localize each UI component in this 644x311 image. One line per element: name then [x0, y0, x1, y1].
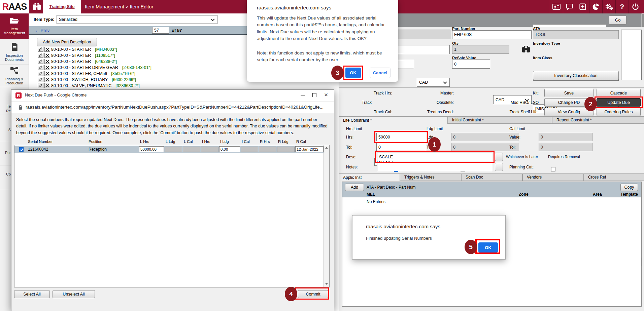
cal-tol-input: 0 [539, 143, 592, 151]
add-window-icon[interactable] [576, 0, 589, 13]
edit-pencil-icon[interactable] [38, 83, 43, 88]
part-number-input[interactable]: EHP-60S [452, 30, 532, 39]
record-number-input[interactable]: 57 [152, 27, 169, 34]
edit-pencil-icon[interactable] [38, 71, 43, 76]
alternates-list-box[interactable] [621, 30, 642, 80]
i-ldg-input[interactable]: 0.00 [219, 146, 240, 152]
done-ok-button[interactable]: OK [478, 242, 498, 252]
confirm-cancel-button[interactable]: Cancel [370, 68, 391, 78]
tab-initial-constraint[interactable]: Initial Constraint * [448, 116, 552, 124]
notes-ellipsis-button[interactable]: ... [495, 163, 503, 171]
window-urlbar[interactable]: raasais.aviationintertec.com/app/invento… [11, 101, 334, 113]
sidebar-item-item-management[interactable]: Item Management [0, 13, 29, 39]
edit-pencil-icon[interactable] [38, 65, 43, 70]
delete-x-icon[interactable] [44, 53, 50, 58]
item-type-select[interactable]: Serialized [57, 15, 217, 24]
edit-pencil-icon[interactable] [38, 47, 43, 52]
hidden-field-fragment [391, 30, 450, 39]
edit-pencil-icon[interactable] [38, 53, 43, 58]
tab-repeat-constraint[interactable]: Repeat Constraint * [552, 116, 644, 124]
resale-value-input[interactable]: 0 [452, 60, 490, 69]
commit-button[interactable]: Commit [298, 290, 328, 298]
delete-x-icon[interactable] [44, 77, 50, 82]
delete-x-icon[interactable] [44, 47, 50, 52]
mod-hso-lso-checkbox[interactable] [551, 167, 555, 171]
delete-x-icon[interactable] [44, 83, 50, 88]
hidden-field-fragment[interactable] [391, 45, 450, 54]
help-icon[interactable]: ? [615, 0, 629, 13]
binoculars-icon[interactable] [32, 3, 41, 12]
pie-chart-icon[interactable] [589, 0, 602, 13]
part-desc[interactable]: 80-10-00 - SWITCH, ROTARY [51, 77, 108, 82]
tab-training-site[interactable]: Training Site [43, 0, 81, 13]
r-cal-input[interactable]: 12-Jan-2022 [295, 146, 324, 152]
tab-scan-doc[interactable]: Scan Doc [461, 173, 522, 181]
notes-input[interactable] [377, 163, 492, 171]
copy-button[interactable]: Copy [620, 184, 638, 191]
prev-link[interactable]: ← Prev [35, 28, 49, 33]
id-card-icon[interactable] [550, 0, 563, 13]
col-serial-number: Serial Number [27, 140, 87, 144]
part-desc[interactable]: 80-10-00 - VALVE, PNEUMATIC [51, 83, 111, 88]
maximize-icon[interactable] [312, 93, 316, 97]
col-l-hrs: L Hrs [139, 140, 164, 144]
hrs-tol-label: Tol: [346, 145, 352, 150]
power-icon[interactable] [629, 0, 642, 13]
l-ldg-cell [164, 146, 182, 153]
col-l-ldg: L Ldg [164, 140, 182, 144]
scroll-up-icon[interactable] [325, 147, 328, 149]
part-desc[interactable]: 80-10-00 - STARTER [51, 47, 91, 52]
part-desc[interactable]: 80-10-00 - STARTER [51, 59, 91, 64]
serial-row[interactable]: 121600042 Reception 50000.00 0.00 12-Jan… [14, 146, 324, 153]
part-desc[interactable]: 80-10-00 - STARTER [51, 53, 91, 58]
edit-pencil-icon[interactable] [38, 59, 43, 64]
tab-applic-inst[interactable]: Applic Inst [339, 173, 400, 181]
unselect-all-button[interactable]: Unselect All [53, 290, 95, 298]
cascade-button[interactable]: Cascade [597, 89, 641, 97]
hidden-currency-select[interactable]: CAD [417, 78, 450, 87]
col-l-cal: L Cal [182, 140, 201, 144]
url-text[interactable]: raasais.aviationintertec.com/app/invento… [26, 105, 324, 110]
scroll-down-icon[interactable] [325, 283, 328, 285]
go-button[interactable]: Go [609, 15, 626, 25]
settings-gears-icon[interactable] [602, 0, 615, 13]
serial-row-checkbox[interactable] [19, 147, 24, 152]
select-all-button[interactable]: Select All [14, 290, 50, 298]
hrs-limit-input[interactable]: 50000 [376, 133, 426, 141]
col-i-cal: I Cal [240, 140, 259, 144]
delete-x-icon[interactable] [44, 65, 50, 70]
confirm-ok-button[interactable]: OK [345, 68, 361, 78]
minimize-icon[interactable] [301, 95, 305, 95]
inventory-classification-button[interactable]: Inventory Classification [533, 71, 619, 80]
sidebar-item-planning-production[interactable]: Planning & Production [0, 65, 29, 87]
header-checkbox-spacer [14, 140, 27, 144]
add-button[interactable]: Add [345, 184, 364, 191]
tab-triggers-notes[interactable]: Triggers & Notes [400, 173, 461, 181]
hrs-tol-input[interactable]: 0 [376, 143, 426, 151]
step-5-annotation: 5 [465, 240, 477, 254]
list-scrollbar[interactable] [324, 145, 329, 287]
delete-x-icon[interactable] [44, 71, 50, 76]
applic-inst-header: Add ATA - Part Desc - Part Num Copy MEL … [342, 182, 641, 197]
window-titlebar[interactable]: R Next Due Push - Google Chrome × [11, 90, 334, 101]
close-icon[interactable]: × [324, 91, 328, 99]
add-new-part-description-button[interactable]: Add New Part Description [37, 38, 97, 46]
sidebar-item-inspection-documents[interactable]: Inspection Documents [0, 39, 29, 65]
save-button[interactable]: Save [544, 89, 594, 97]
ldg-limit-label: Ldg Limit [427, 126, 443, 131]
l-hrs-input[interactable]: 50000.00 [139, 146, 164, 152]
tab-vendors[interactable]: Vendors [522, 173, 584, 181]
delete-x-icon[interactable] [44, 59, 50, 64]
step-2-annotation: 2 [584, 97, 597, 111]
chat-icon[interactable] [563, 0, 576, 13]
part-desc[interactable]: 80-10-00 - STARTER DRIVE GEAR [51, 65, 118, 70]
tab-cross-ref[interactable]: Cross Ref [584, 173, 644, 181]
tab-life-constraint[interactable]: Life Constraint * [339, 116, 448, 124]
qty-binoculars-icon[interactable] [522, 45, 530, 54]
desc-ellipsis-button[interactable]: ... [495, 153, 503, 161]
edit-pencil-icon[interactable] [38, 77, 43, 82]
part-desc[interactable]: 80-10-00 - STARTER, CFM56 [51, 71, 107, 76]
ordering-rules-button[interactable]: Ordering Rules [597, 108, 641, 116]
desc-input[interactable]: SCALE [377, 153, 492, 161]
update-due-button[interactable]: Update Due [597, 98, 641, 107]
